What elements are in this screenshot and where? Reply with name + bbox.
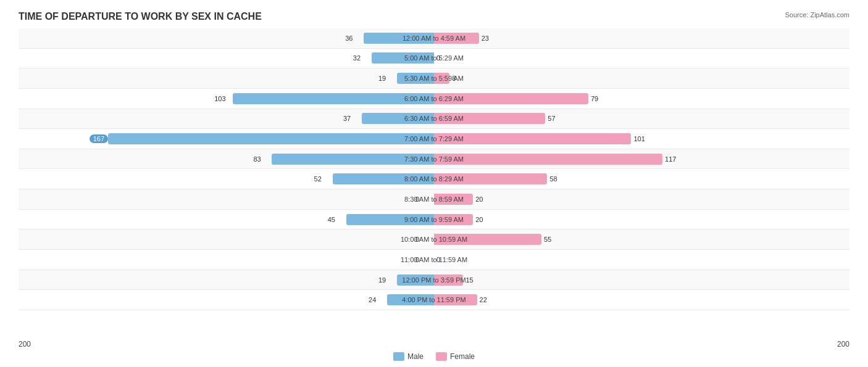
- female-bar: [434, 294, 477, 305]
- female-bar: [434, 214, 473, 225]
- male-bar: [387, 294, 434, 305]
- table-row: 8:00 AM to 8:29 AM5258: [19, 169, 849, 189]
- female-value: 15: [465, 276, 473, 284]
- table-row: 4:00 PM to 11:59 PM2422: [19, 290, 849, 310]
- male-bar: [272, 154, 434, 165]
- male-bar: [108, 133, 434, 144]
- legend-male-box: [393, 352, 404, 361]
- axis-right-label: 200: [837, 340, 849, 348]
- male-value: 0: [415, 196, 419, 203]
- chart-area: 12:00 AM to 4:59 AM36235:00 AM to 5:29 A…: [19, 28, 849, 310]
- male-value: 32: [353, 54, 361, 62]
- male-bar: [333, 173, 434, 184]
- female-bar: [434, 113, 545, 124]
- male-value: 45: [328, 216, 335, 223]
- male-bar: [397, 274, 434, 286]
- chart-title: TIME OF DEPARTURE TO WORK BY SEX IN CACH…: [19, 11, 849, 22]
- legend-male: Male: [393, 352, 424, 361]
- male-bar: [364, 33, 434, 44]
- male-value: 37: [343, 115, 351, 122]
- table-row: 8:30 AM to 8:59 AM020: [19, 189, 849, 210]
- male-value: 167: [90, 134, 108, 143]
- male-bar: [362, 113, 434, 124]
- male-bar: [346, 214, 434, 225]
- female-value: 79: [591, 95, 598, 102]
- male-value: 24: [369, 296, 376, 303]
- male-value: 36: [345, 35, 353, 42]
- table-row: 5:00 AM to 5:29 AM320: [19, 49, 849, 69]
- female-value: 117: [665, 155, 676, 163]
- male-value: 103: [214, 95, 225, 102]
- male-value: 19: [378, 276, 386, 284]
- table-row: 6:00 AM to 6:29 AM10379: [19, 89, 849, 109]
- female-value: 20: [475, 216, 483, 223]
- female-bar: [434, 234, 541, 245]
- female-bar: [434, 274, 463, 286]
- female-value: 0: [436, 54, 440, 62]
- table-row: 7:30 AM to 7:59 AM83117: [19, 149, 849, 170]
- legend-female-box: [436, 352, 447, 361]
- table-row: 10:00 AM to 10:59 AM055: [19, 229, 849, 250]
- female-bar: [434, 154, 662, 165]
- female-value: 8: [452, 75, 456, 82]
- female-value: 22: [480, 296, 487, 303]
- male-value: 0: [415, 236, 419, 243]
- female-bar: [434, 93, 588, 104]
- table-row: 7:00 AM to 7:29 AM167101: [19, 129, 849, 149]
- female-value: 57: [548, 115, 555, 122]
- female-bar: [434, 133, 631, 144]
- male-value: 19: [378, 75, 386, 82]
- female-value: 55: [544, 236, 551, 243]
- legend-female-label: Female: [450, 352, 475, 361]
- female-bar: [434, 73, 449, 84]
- time-label: 11:00 AM to 11:59 AM: [401, 256, 467, 263]
- female-value: 23: [482, 35, 489, 42]
- table-row: 9:00 AM to 9:59 AM4520: [19, 210, 849, 230]
- female-bar: [434, 194, 473, 205]
- table-row: 6:30 AM to 6:59 AM3757: [19, 109, 849, 130]
- legend-male-label: Male: [407, 352, 424, 361]
- source-label: Source: ZipAtlas.com: [785, 11, 849, 19]
- male-value: 0: [415, 256, 419, 263]
- female-value: 101: [633, 135, 645, 142]
- table-row: 12:00 AM to 4:59 AM3623: [19, 28, 849, 49]
- chart-container: TIME OF DEPARTURE TO WORK BY SEX IN CACH…: [0, 0, 868, 367]
- male-value: 52: [314, 175, 322, 183]
- table-row: 5:30 AM to 5:59 AM198: [19, 68, 849, 89]
- legend: Male Female: [393, 352, 475, 361]
- male-bar: [372, 52, 434, 64]
- male-bar: [233, 93, 434, 104]
- male-bar: [397, 73, 434, 84]
- female-bar: [434, 173, 547, 184]
- male-value: 83: [253, 155, 261, 163]
- legend-female: Female: [436, 352, 475, 361]
- female-value: 20: [475, 196, 483, 203]
- axis-left-label: 200: [19, 340, 31, 348]
- female-value: 58: [549, 175, 557, 183]
- table-row: 12:00 PM to 3:59 PM1915: [19, 270, 849, 291]
- female-value: 0: [436, 256, 440, 263]
- table-row: 11:00 AM to 11:59 AM00: [19, 250, 849, 270]
- female-bar: [434, 33, 479, 44]
